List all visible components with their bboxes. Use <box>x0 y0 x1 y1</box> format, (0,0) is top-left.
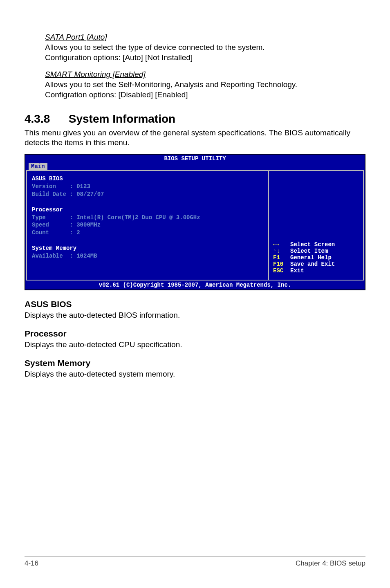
help-general: General Help <box>290 254 332 261</box>
bios-available: Available : 1024MB <box>32 252 263 260</box>
bios-help-select-item: ↑↓ Select Item <box>273 248 335 254</box>
bios-help-f1: F1 General Help <box>273 254 335 261</box>
bios-help-select-screen: ←→ Select Screen <box>273 241 335 248</box>
arrows-ud-icon: ↑↓ <box>273 248 290 254</box>
bios-help-block: ←→ Select Screen ↑↓ Select Item F1 Gener… <box>273 241 335 274</box>
help-select-screen: Select Screen <box>290 241 335 248</box>
section-number: 4.3.8 <box>25 112 65 126</box>
page-number: 4-16 <box>25 559 38 568</box>
section-title: System Information <box>69 112 175 125</box>
bios-titlebar: BIOS SETUP UTILITY Main <box>25 155 365 170</box>
esc-key: ESC <box>273 267 290 274</box>
processor-subhead: Processor <box>25 329 365 339</box>
processor-para: Displays the auto-detected CPU specifica… <box>25 340 365 349</box>
asusbios-subhead: ASUS BIOS <box>25 299 365 309</box>
sata-port-paragraph: Allows you to select the type of device … <box>45 43 365 63</box>
sata-port-heading: SATA Port1 [Auto] <box>45 33 365 42</box>
sata-p2: Configuration options: [Auto] [Not Insta… <box>45 53 193 62</box>
bios-right-pane: ←→ Select Screen ↑↓ Select Item F1 Gener… <box>269 171 363 280</box>
section-heading: 4.3.8 System Information <box>25 112 365 126</box>
bios-body: ASUS BIOS Version : 0123 Build Date : 08… <box>26 170 364 281</box>
sysmem-subhead: System Memory <box>25 358 365 368</box>
bios-build-date: Build Date : 08/27/07 <box>32 191 263 198</box>
asusbios-para: Displays the auto-detected BIOS informat… <box>25 311 365 320</box>
chapter-label: Chapter 4: BIOS setup <box>296 559 365 568</box>
bios-help-esc: ESC Exit <box>273 267 335 274</box>
bios-screenshot: BIOS SETUP UTILITY Main ASUS BIOS Versio… <box>25 154 365 290</box>
bios-left-pane: ASUS BIOS Version : 0123 Build Date : 08… <box>27 171 269 280</box>
bios-title: BIOS SETUP UTILITY <box>25 155 365 162</box>
f10-key: F10 <box>273 261 290 267</box>
smart-paragraph: Allows you to set the Self-Monitoring, A… <box>45 80 365 100</box>
bios-sysmem: System Memory <box>32 245 263 252</box>
bios-cpu-type: Type : Intel(R) Core(TM)2 Duo CPU @ 3.00… <box>32 214 263 222</box>
arrows-lr-icon: ←→ <box>273 241 290 248</box>
bios-processor: Processor <box>32 206 263 214</box>
f1-key: F1 <box>273 254 290 261</box>
bios-footer: v02.61 (C)Copyright 1985-2007, American … <box>25 281 365 290</box>
smart-p2: Configration options: [Disabled] [Enable… <box>45 90 188 99</box>
page-footer: 4-16 Chapter 4: BIOS setup <box>25 557 365 568</box>
bios-cpu-speed: Speed : 3000MHz <box>32 221 263 229</box>
bios-asus-bios: ASUS BIOS <box>32 175 263 183</box>
sata-p1: Allows you to select the type of device … <box>45 43 265 52</box>
section-intro: This menu gives you an overview of the g… <box>25 128 365 148</box>
bios-cpu-count: Count : 2 <box>32 229 263 237</box>
help-exit: Exit <box>290 267 304 274</box>
help-save: Save and Exit <box>290 261 335 267</box>
smart-heading: SMART Monitoring [Enabled] <box>45 70 365 79</box>
help-select-item: Select Item <box>290 248 328 254</box>
bios-version: Version : 0123 <box>32 183 263 191</box>
smart-p1: Allows you to set the Self-Monitoring, A… <box>45 80 297 89</box>
bios-tab-main: Main <box>29 163 47 170</box>
sysmem-para: Displays the auto-detected system memory… <box>25 370 365 379</box>
bios-help-f10: F10 Save and Exit <box>273 261 335 267</box>
